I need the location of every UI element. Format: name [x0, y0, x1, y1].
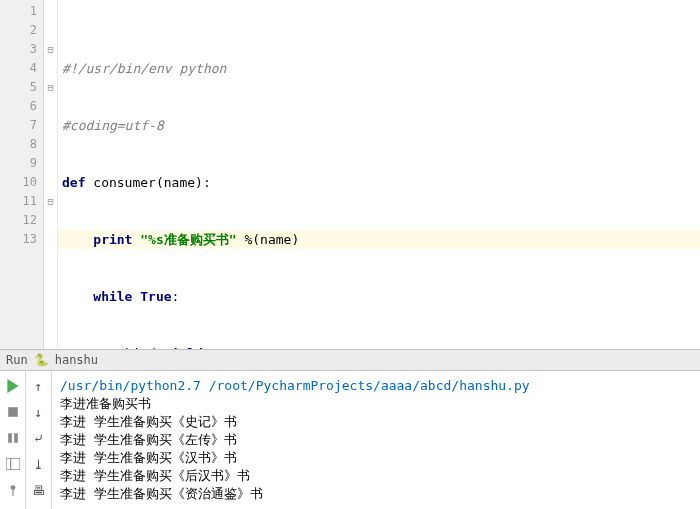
- run-button[interactable]: [4, 377, 22, 395]
- code-editor[interactable]: 1 2 3 4 5 6 7 8 9 10 11 12 13 ⊟ ⊟ ⊟ #!/u…: [0, 0, 700, 350]
- svg-point-5: [10, 485, 15, 490]
- up-button[interactable]: ↑: [30, 377, 48, 395]
- line-gutter: 1 2 3 4 5 6 7 8 9 10 11 12 13: [0, 0, 44, 349]
- run-toolbar-right: ↑ ↓ ⤶ ⤓ 🖶: [26, 371, 52, 509]
- fold-gutter: ⊟ ⊟ ⊟: [44, 0, 58, 349]
- line-number: 2: [2, 21, 37, 40]
- fold-mark[interactable]: [44, 211, 57, 230]
- fold-mark[interactable]: [44, 21, 57, 40]
- svg-rect-3: [6, 458, 20, 470]
- line-number: 1: [2, 2, 37, 21]
- output-line: 李进 学生准备购买《左传》书: [60, 431, 692, 449]
- run-config-name[interactable]: hanshu: [55, 353, 98, 367]
- fold-mark[interactable]: ⊟: [44, 40, 57, 59]
- run-tab-label: Run: [6, 353, 28, 367]
- run-console: ↑ ↓ ⤶ ⤓ 🖶 /usr/bin/python2.7 /root/Pycha…: [0, 371, 700, 509]
- fold-mark[interactable]: [44, 59, 57, 78]
- code-line[interactable]: #coding=utf-8: [62, 116, 696, 135]
- down-button[interactable]: ↓: [30, 403, 48, 421]
- scroll-to-end-button[interactable]: ⤓: [30, 455, 48, 473]
- line-number: 6: [2, 97, 37, 116]
- output-line: 李进 学生准备购买《汉书》书: [60, 449, 692, 467]
- fold-mark[interactable]: [44, 116, 57, 135]
- fold-mark[interactable]: [44, 230, 57, 249]
- code-area[interactable]: #!/usr/bin/env python #coding=utf-8 def …: [58, 0, 700, 349]
- line-number: 12: [2, 211, 37, 230]
- line-number: 4: [2, 59, 37, 78]
- python-icon: 🐍: [34, 353, 49, 367]
- pause-button[interactable]: [4, 429, 22, 447]
- code-line[interactable]: #!/usr/bin/env python: [62, 59, 696, 78]
- line-number: 8: [2, 135, 37, 154]
- line-number: 13: [2, 230, 37, 249]
- fold-mark[interactable]: [44, 135, 57, 154]
- fold-mark[interactable]: [44, 173, 57, 192]
- line-number: 9: [2, 154, 37, 173]
- fold-mark[interactable]: [44, 97, 57, 116]
- output-line: 李进 学生准备购买《后汉书》书: [60, 467, 692, 485]
- output-line: 李进 学生准备购买《资治通鉴》书: [60, 485, 692, 503]
- svg-rect-2: [14, 433, 18, 443]
- output-line: 李进准备购买书: [60, 395, 692, 413]
- soft-wrap-button[interactable]: ⤶: [30, 429, 48, 447]
- line-number: 10: [2, 173, 37, 192]
- code-line[interactable]: print "%s准备购买书" %(name): [62, 230, 696, 249]
- code-line[interactable]: def consumer(name):: [62, 173, 696, 192]
- line-number: 5: [2, 78, 37, 97]
- run-tab-bar: Run 🐍 hanshu: [0, 350, 700, 372]
- svg-rect-1: [8, 433, 12, 443]
- output-line: 李进 学生准备购买《史记》书: [60, 413, 692, 431]
- code-line[interactable]: while True:: [62, 287, 696, 306]
- print-button[interactable]: 🖶: [30, 481, 48, 499]
- line-number: 11: [2, 192, 37, 211]
- line-number: 7: [2, 116, 37, 135]
- stop-button[interactable]: [4, 403, 22, 421]
- layout-button[interactable]: [4, 455, 22, 473]
- pin-button[interactable]: [4, 481, 22, 499]
- fold-mark[interactable]: [44, 2, 57, 21]
- fold-mark[interactable]: ⊟: [44, 192, 57, 211]
- svg-rect-0: [8, 407, 18, 417]
- fold-mark[interactable]: [44, 154, 57, 173]
- line-number: 3: [2, 40, 37, 59]
- fold-mark[interactable]: ⊟: [44, 78, 57, 97]
- console-output[interactable]: /usr/bin/python2.7 /root/PycharmProjects…: [52, 371, 700, 509]
- output-command: /usr/bin/python2.7 /root/PycharmProjects…: [60, 377, 692, 395]
- run-toolbar-left: [0, 371, 26, 509]
